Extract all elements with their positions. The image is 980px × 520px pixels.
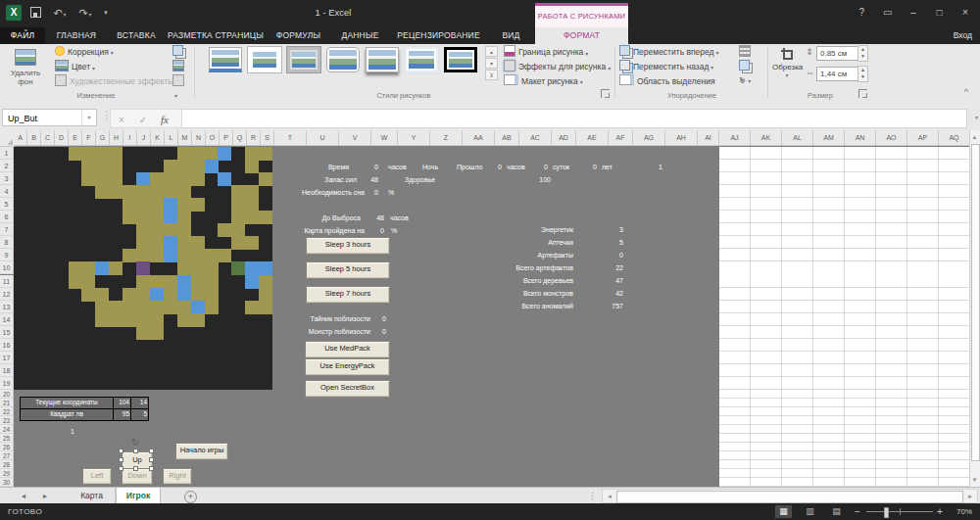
col-header-F[interactable]: F [82, 130, 96, 146]
col-header-V[interactable]: V [339, 130, 371, 146]
scroll-down-icon[interactable]: ▼ [970, 474, 979, 486]
sleep-button-3[interactable]: Sleep 7 hours [306, 286, 390, 304]
picture-style-thumb-3[interactable] [287, 47, 320, 72]
zoom-level-label[interactable]: 70% [956, 503, 972, 520]
select-all-corner[interactable] [0, 130, 15, 147]
row-header-19[interactable]: 19 [0, 377, 14, 390]
col-header-W[interactable]: W [371, 130, 398, 146]
ribbon-tab-7[interactable]: ВИД [487, 27, 535, 44]
left-button[interactable]: Left [82, 468, 112, 485]
save-button[interactable] [27, 4, 43, 22]
restore-button[interactable]: □ [929, 2, 951, 24]
col-header-U[interactable]: U [307, 130, 339, 146]
corrections-button[interactable]: Коррекция▾ [55, 45, 114, 59]
qat-customize-button[interactable]: ▾ [100, 4, 112, 22]
shape-height-field[interactable]: 0,85 см [816, 46, 860, 61]
sheet-tab-igrok[interactable]: Игрок [116, 488, 161, 504]
row-header-1[interactable]: 1 [0, 147, 14, 160]
col-header-S[interactable]: S [261, 130, 274, 146]
col-header-Z[interactable]: Z [430, 130, 463, 146]
bring-forward-button[interactable]: Переместить вперед▾ [619, 45, 719, 59]
redo-dropdown-icon[interactable]: ▾ [89, 12, 92, 18]
ribbon-tab-3[interactable]: РАЗМЕТКА СТРАНИЦЫ [165, 27, 267, 44]
excel-logo-icon[interactable]: X [6, 5, 22, 21]
formula-bar-expand-icon[interactable]: ▾ [975, 114, 978, 120]
col-header-O[interactable]: O [206, 130, 220, 146]
col-header-AB[interactable]: AB [495, 130, 519, 146]
col-header-AG[interactable]: AG [633, 130, 665, 146]
row-header-26[interactable]: 26 [0, 443, 14, 451]
picture-layout-button[interactable]: Макет рисунка▾ [504, 74, 583, 88]
send-backward-button[interactable]: Переместить назад▾ [619, 60, 713, 73]
col-header-E[interactable]: E [69, 130, 82, 146]
row-header-7[interactable]: 7 [0, 223, 14, 236]
compress-pictures-button[interactable] [172, 45, 188, 58]
align-button[interactable]: ▾ [739, 45, 755, 58]
page-layout-view-icon[interactable]: ▥ [802, 505, 818, 518]
page-break-view-icon[interactable]: ▤ [828, 505, 845, 518]
row-header-16[interactable]: 16 [0, 339, 14, 352]
row-header-11[interactable]: 11 [0, 275, 14, 288]
change-picture-button[interactable] [172, 60, 188, 72]
row-header-10[interactable]: 10 [0, 261, 14, 274]
zoom-out-button[interactable]: − [855, 503, 860, 520]
row-header-8[interactable]: 8 [0, 236, 14, 249]
col-header-AD[interactable]: AD [552, 130, 576, 146]
picture-effects-button[interactable]: Эффекты для рисунка▾ [504, 60, 611, 73]
col-header-K[interactable]: K [151, 130, 165, 146]
close-button[interactable]: × [955, 2, 976, 24]
col-header-Y[interactable]: Y [398, 130, 430, 146]
gallery-up-button[interactable]: ▴ [485, 46, 498, 57]
col-header-AK[interactable]: AK [751, 130, 782, 146]
undo-button[interactable]: ↶▾ [49, 4, 71, 22]
row-header-14[interactable]: 14 [0, 313, 14, 326]
row-header-15[interactable]: 15 [0, 326, 14, 339]
col-header-H[interactable]: H [110, 130, 123, 146]
col-header-C[interactable]: C [41, 130, 55, 146]
open-secretbox-button[interactable]: Open SecretBox [305, 380, 390, 398]
selection-handle[interactable] [133, 466, 138, 471]
cancel-entry-icon[interactable]: × [111, 112, 132, 128]
row-header-21[interactable]: 21 [0, 399, 14, 407]
undo-dropdown-icon[interactable]: ▾ [64, 12, 67, 18]
normal-view-icon[interactable]: ▦ [775, 505, 792, 518]
row-header-24[interactable]: 24 [0, 425, 14, 434]
rotate-objects-button[interactable]: ↻▾ [739, 74, 755, 87]
col-header-AF[interactable]: AF [609, 130, 633, 146]
ribbon-tab-file[interactable]: ФАЙЛ [0, 27, 45, 44]
col-header-AP[interactable]: AP [907, 130, 939, 146]
col-header-B[interactable]: B [27, 130, 41, 146]
prev-sheet-icon[interactable]: ◂ [22, 488, 25, 504]
col-header-AQ[interactable]: AQ [939, 130, 970, 146]
scroll-up-icon[interactable]: ▲ [970, 131, 979, 143]
col-header-AA[interactable]: AA [463, 130, 495, 146]
tab-scroll-splitter[interactable]: ⋮ [588, 491, 597, 500]
ribbon-tab-1[interactable]: ГЛАВНАЯ [45, 27, 108, 44]
row-header-28[interactable]: 28 [0, 460, 14, 469]
zoom-in-button[interactable]: + [937, 503, 943, 520]
width-spinner[interactable]: ▲▼ [858, 66, 868, 82]
row-header-29[interactable]: 29 [0, 469, 14, 478]
col-header-A[interactable]: A [14, 130, 27, 146]
confirm-entry-icon[interactable]: ✓ [132, 112, 154, 128]
remove-background-button[interactable]: Удалить фон [2, 45, 49, 90]
selection-handle[interactable] [119, 457, 123, 462]
gallery-down-button[interactable]: ▾ [485, 58, 498, 69]
use-medpack-button[interactable]: Use MedPack [305, 341, 390, 358]
col-header-AN[interactable]: AN [845, 130, 876, 146]
col-header-AH[interactable]: AH [665, 130, 698, 146]
col-header-P[interactable]: P [220, 130, 233, 146]
sleep-button-2[interactable]: Sleep 5 hours [306, 261, 390, 279]
ribbon-tab-2[interactable]: ВСТАВКА [108, 27, 165, 44]
col-header-AO[interactable]: AO [876, 130, 907, 146]
col-header-AL[interactable]: AL [782, 130, 813, 146]
color-button[interactable]: Цвет▾ [55, 60, 95, 73]
col-header-M[interactable]: M [178, 130, 192, 146]
scroll-left-icon[interactable]: ◂ [604, 490, 615, 502]
use-energypack-button[interactable]: Use EnergyPack [305, 358, 390, 376]
scroll-right-icon[interactable]: ▸ [964, 490, 976, 502]
picture-style-thumb-7[interactable] [444, 47, 477, 72]
col-header-J[interactable]: J [137, 130, 151, 146]
col-header-AI[interactable]: AI [698, 130, 719, 146]
redo-button[interactable]: ↷▾ [74, 4, 96, 22]
